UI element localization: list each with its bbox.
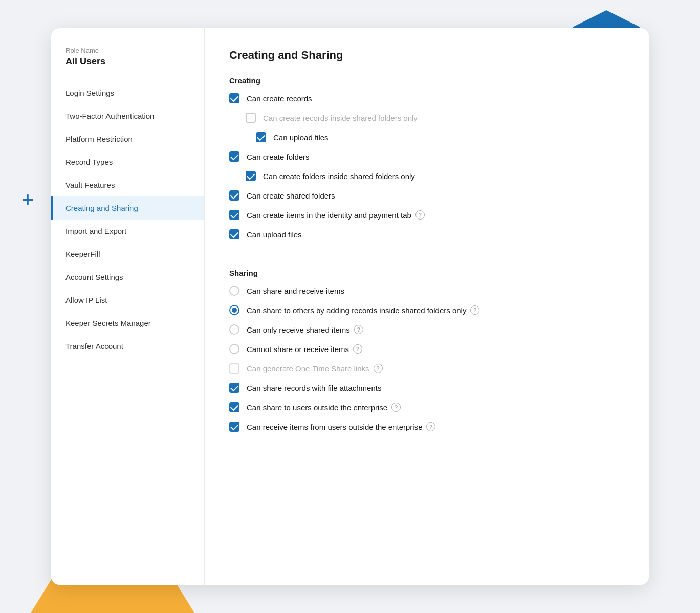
label-can-share-to-others: Can share to others by adding records in… bbox=[247, 306, 466, 315]
checkbox-can-create-items-identity[interactable] bbox=[229, 210, 239, 220]
plus-icon-left: + bbox=[21, 189, 34, 211]
creating-section-title: Creating bbox=[229, 76, 624, 85]
sidebar: Role Name All Users Login Settings Two-F… bbox=[51, 28, 205, 585]
check-can-generate-ots: Can generate One-Time Share links ? bbox=[229, 363, 624, 374]
checkbox-can-generate-ots[interactable] bbox=[229, 363, 239, 374]
radio-can-share-to-others: Can share to others by adding records in… bbox=[229, 305, 624, 315]
label-can-create-records: Can create records bbox=[247, 94, 312, 103]
checkbox-can-create-records[interactable] bbox=[229, 93, 239, 103]
radio-cannot-share-receive: Cannot share or receive items ? bbox=[229, 344, 624, 354]
label-can-receive-outside-enterprise: Can receive items from users outside the… bbox=[247, 423, 422, 431]
label-can-create-items-identity: Can create items in the identity and pay… bbox=[247, 211, 411, 220]
checkbox-can-create-folders[interactable] bbox=[229, 151, 239, 162]
help-icon-identity[interactable]: ? bbox=[415, 210, 425, 220]
main-card: Role Name All Users Login Settings Two-F… bbox=[51, 28, 649, 585]
label-can-share-outside-enterprise: Can share to users outside the enterpris… bbox=[247, 403, 387, 412]
section-divider bbox=[229, 254, 624, 254]
label-can-only-receive: Can only receive shared items bbox=[247, 325, 350, 334]
sidebar-item-platform-restriction[interactable]: Platform Restriction bbox=[51, 127, 204, 150]
radio-can-only-receive: Can only receive shared items ? bbox=[229, 324, 624, 335]
sidebar-item-transfer-account[interactable]: Transfer Account bbox=[51, 335, 204, 358]
checkbox-can-create-shared-folders[interactable] bbox=[229, 190, 239, 201]
label-can-create-records-shared-only: Can create records inside shared folders… bbox=[263, 114, 418, 122]
sidebar-item-keeper-secrets-manager[interactable]: Keeper Secrets Manager bbox=[51, 312, 204, 335]
radio-btn-can-share-to-others[interactable] bbox=[229, 305, 239, 315]
radio-can-share-receive: Can share and receive items bbox=[229, 286, 624, 296]
check-can-receive-outside-enterprise: Can receive items from users outside the… bbox=[229, 422, 624, 432]
sidebar-item-keeperfill[interactable]: KeeperFill bbox=[51, 243, 204, 266]
main-content: Creating and Sharing Creating Can create… bbox=[205, 28, 649, 585]
sidebar-item-login-settings[interactable]: Login Settings bbox=[51, 81, 204, 104]
label-can-share-with-attachments: Can share records with file attachments bbox=[247, 384, 381, 392]
checkbox-can-upload-files-sub[interactable] bbox=[256, 132, 266, 142]
checkbox-can-receive-outside-enterprise[interactable] bbox=[229, 422, 239, 432]
role-name: All Users bbox=[51, 56, 204, 67]
sidebar-item-record-types[interactable]: Record Types bbox=[51, 150, 204, 173]
sidebar-item-two-factor[interactable]: Two-Factor Authentication bbox=[51, 104, 204, 127]
label-can-upload-files: Can upload files bbox=[247, 230, 302, 239]
checkbox-can-share-with-attachments[interactable] bbox=[229, 383, 239, 393]
label-can-create-folders-shared-only: Can create folders inside shared folders… bbox=[263, 172, 415, 181]
check-can-share-with-attachments: Can share records with file attachments bbox=[229, 383, 624, 393]
page-title: Creating and Sharing bbox=[229, 49, 624, 62]
radio-btn-can-share-receive[interactable] bbox=[229, 286, 239, 296]
checkbox-can-create-folders-shared-only[interactable] bbox=[246, 171, 256, 181]
sharing-section-title: Sharing bbox=[229, 269, 624, 277]
check-can-create-records-shared-only: Can create records inside shared folders… bbox=[229, 113, 624, 123]
check-can-create-shared-folders: Can create shared folders bbox=[229, 190, 624, 201]
checkbox-can-create-records-shared-only[interactable] bbox=[246, 113, 256, 123]
label-can-generate-ots: Can generate One-Time Share links bbox=[247, 364, 369, 373]
check-can-create-folders-shared-only: Can create folders inside shared folders… bbox=[229, 171, 624, 181]
check-can-create-items-identity: Can create items in the identity and pay… bbox=[229, 210, 624, 220]
radio-btn-cannot-share-receive[interactable] bbox=[229, 344, 239, 354]
sidebar-item-import-export[interactable]: Import and Export bbox=[51, 220, 204, 243]
sidebar-item-vault-features[interactable]: Vault Features bbox=[51, 173, 204, 196]
help-icon-only-receive[interactable]: ? bbox=[354, 325, 363, 334]
check-can-create-records: Can create records bbox=[229, 93, 624, 103]
help-icon-cannot-share[interactable]: ? bbox=[353, 344, 362, 354]
check-can-create-folders: Can create folders bbox=[229, 151, 624, 162]
check-can-share-outside-enterprise: Can share to users outside the enterpris… bbox=[229, 402, 624, 412]
label-can-create-shared-folders: Can create shared folders bbox=[247, 191, 335, 200]
sidebar-item-allow-ip-list[interactable]: Allow IP List bbox=[51, 289, 204, 312]
label-cannot-share-receive: Cannot share or receive items bbox=[247, 345, 349, 354]
help-icon-receive-outside[interactable]: ? bbox=[426, 422, 435, 431]
checkbox-can-upload-files[interactable] bbox=[229, 229, 239, 239]
sidebar-item-creating-sharing[interactable]: Creating and Sharing bbox=[51, 196, 204, 220]
label-can-share-receive: Can share and receive items bbox=[247, 287, 344, 295]
help-icon-share-to-others[interactable]: ? bbox=[470, 305, 479, 315]
label-can-create-folders: Can create folders bbox=[247, 152, 310, 161]
help-icon-generate-ots[interactable]: ? bbox=[374, 364, 383, 373]
sidebar-item-account-settings[interactable]: Account Settings bbox=[51, 266, 204, 289]
check-can-upload-files: Can upload files bbox=[229, 229, 624, 239]
label-can-upload-files-sub: Can upload files bbox=[273, 133, 329, 142]
help-icon-share-outside[interactable]: ? bbox=[391, 403, 401, 412]
check-can-upload-files-sub: Can upload files bbox=[229, 132, 624, 142]
radio-btn-can-only-receive[interactable] bbox=[229, 324, 239, 335]
checkbox-can-share-outside-enterprise[interactable] bbox=[229, 402, 239, 412]
role-label: Role Name bbox=[51, 47, 204, 54]
